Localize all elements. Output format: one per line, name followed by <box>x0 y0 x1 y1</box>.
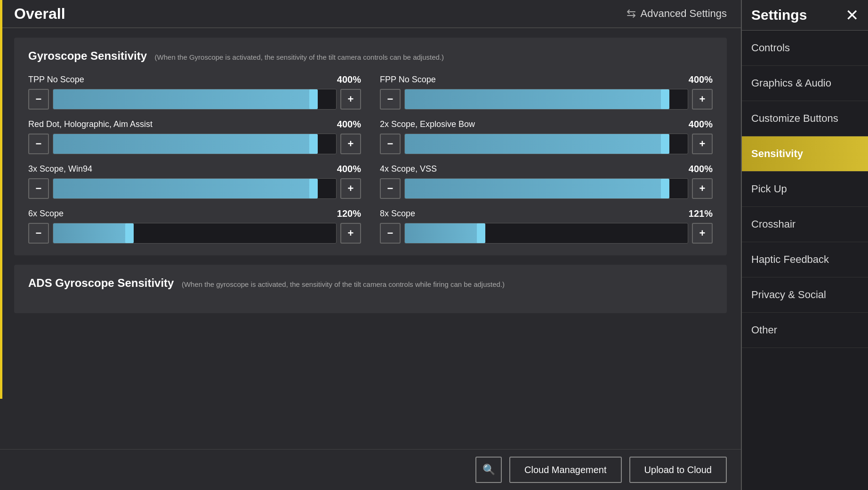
arrow-icon: ⇆ <box>627 7 636 20</box>
slider-increase-8x-scope[interactable]: + <box>692 223 713 244</box>
slider-value-red-dot: 400% <box>337 119 361 130</box>
slider-label-8x-scope: 8x Scope <box>380 209 415 219</box>
slider-controls-red-dot: − + <box>28 134 361 154</box>
slider-decrease-4x-scope[interactable]: − <box>380 178 401 199</box>
content-scroll: Gyroscope Sensitivity (When the Gyroscop… <box>0 28 741 449</box>
slider-decrease-8x-scope[interactable]: − <box>380 223 401 244</box>
sidebar-title: Settings <box>751 7 807 23</box>
slider-label-row: Red Dot, Holographic, Aim Assist 400% <box>28 119 361 130</box>
advanced-settings-label: Advanced Settings <box>641 8 727 20</box>
slider-increase-3x-scope[interactable]: + <box>340 178 361 199</box>
slider-label-row: TPP No Scope 400% <box>28 74 361 85</box>
sidebar-item-label-crosshair: Crosshair <box>751 218 796 230</box>
slider-controls-tpp-no-scope: − + <box>28 89 361 110</box>
sidebar-item-label-graphics-audio: Graphics & Audio <box>751 77 831 89</box>
sidebar-item-privacy-social[interactable]: Privacy & Social <box>742 277 868 313</box>
slider-fill-4x-scope <box>405 179 665 198</box>
sidebar-item-controls[interactable]: Controls <box>742 31 868 66</box>
slider-fill-2x-scope <box>405 134 665 154</box>
sliders-grid: TPP No Scope 400% − + FPP No Scope 400% … <box>28 74 713 244</box>
sidebar-item-sensitivity[interactable]: Sensitivity <box>742 136 868 172</box>
sidebar-item-customize-buttons[interactable]: Customize Buttons <box>742 101 868 136</box>
sidebar-item-pick-up[interactable]: Pick Up <box>742 172 868 207</box>
slider-thumb-4x-scope <box>661 179 669 198</box>
slider-item-red-dot: Red Dot, Holographic, Aim Assist 400% − … <box>28 119 361 154</box>
page-title: Overall <box>14 5 65 23</box>
slider-track-fpp-no-scope[interactable] <box>404 89 688 110</box>
sidebar-item-graphics-audio[interactable]: Graphics & Audio <box>742 66 868 101</box>
search-button[interactable]: 🔍 <box>475 457 502 483</box>
slider-decrease-2x-scope[interactable]: − <box>380 134 401 154</box>
upload-to-cloud-button[interactable]: Upload to Cloud <box>629 457 727 483</box>
slider-fill-red-dot <box>53 134 313 154</box>
slider-item-3x-scope: 3x Scope, Win94 400% − + <box>28 164 361 199</box>
slider-label-row: 3x Scope, Win94 400% <box>28 164 361 174</box>
slider-thumb-8x-scope <box>477 223 485 243</box>
sidebar-item-crosshair[interactable]: Crosshair <box>742 207 868 242</box>
slider-track-2x-scope[interactable] <box>404 134 688 154</box>
slider-increase-2x-scope[interactable]: + <box>692 134 713 154</box>
slider-label-tpp-no-scope: TPP No Scope <box>28 75 84 85</box>
slider-track-4x-scope[interactable] <box>404 178 688 199</box>
slider-track-tpp-no-scope[interactable] <box>53 89 337 110</box>
slider-decrease-6x-scope[interactable]: − <box>28 223 49 244</box>
sidebar-item-haptic-feedback[interactable]: Haptic Feedback <box>742 242 868 277</box>
slider-thumb-tpp-no-scope <box>309 89 318 109</box>
close-button[interactable]: ✕ <box>845 7 859 23</box>
slider-controls-8x-scope: − + <box>380 223 713 244</box>
slider-label-row: 4x Scope, VSS 400% <box>380 164 713 174</box>
slider-controls-3x-scope: − + <box>28 178 361 199</box>
slider-item-8x-scope: 8x Scope 121% − + <box>380 208 713 244</box>
advanced-settings-button[interactable]: ⇆ Advanced Settings <box>627 7 727 20</box>
slider-fill-6x-scope <box>53 223 129 243</box>
header: Overall ⇆ Advanced Settings <box>0 0 741 28</box>
bottom-bar: 🔍 Cloud Management Upload to Cloud <box>0 449 741 490</box>
slider-label-4x-scope: 4x Scope, VSS <box>380 164 437 174</box>
sidebar: Settings ✕ ControlsGraphics & AudioCusto… <box>741 0 868 490</box>
slider-thumb-3x-scope <box>309 179 318 198</box>
slider-fill-8x-scope <box>405 223 481 243</box>
slider-track-red-dot[interactable] <box>53 134 337 154</box>
cloud-management-button[interactable]: Cloud Management <box>509 457 622 483</box>
sidebar-items: ControlsGraphics & AudioCustomize Button… <box>742 31 868 348</box>
slider-increase-fpp-no-scope[interactable]: + <box>692 89 713 110</box>
slider-decrease-red-dot[interactable]: − <box>28 134 49 154</box>
sidebar-item-label-controls: Controls <box>751 42 790 54</box>
slider-value-tpp-no-scope: 400% <box>337 74 361 85</box>
sidebar-header: Settings ✕ <box>742 0 868 31</box>
slider-decrease-fpp-no-scope[interactable]: − <box>380 89 401 110</box>
slider-controls-6x-scope: − + <box>28 223 361 244</box>
ads-section-title: ADS Gyroscope Sensitivity <box>28 277 174 289</box>
sidebar-item-label-customize-buttons: Customize Buttons <box>751 112 838 125</box>
gyroscope-section-header: Gyroscope Sensitivity (When the Gyroscop… <box>28 49 713 63</box>
slider-value-fpp-no-scope: 400% <box>689 74 713 85</box>
slider-thumb-fpp-no-scope <box>661 89 669 109</box>
sidebar-item-label-sensitivity: Sensitivity <box>751 148 803 160</box>
slider-item-6x-scope: 6x Scope 120% − + <box>28 208 361 244</box>
slider-track-3x-scope[interactable] <box>53 178 337 199</box>
slider-track-8x-scope[interactable] <box>404 223 688 244</box>
slider-label-red-dot: Red Dot, Holographic, Aim Assist <box>28 119 153 129</box>
slider-increase-red-dot[interactable]: + <box>340 134 361 154</box>
slider-track-6x-scope[interactable] <box>53 223 337 244</box>
slider-item-4x-scope: 4x Scope, VSS 400% − + <box>380 164 713 199</box>
slider-increase-tpp-no-scope[interactable]: + <box>340 89 361 110</box>
slider-increase-4x-scope[interactable]: + <box>692 178 713 199</box>
slider-label-6x-scope: 6x Scope <box>28 209 64 219</box>
sidebar-item-label-pick-up: Pick Up <box>751 183 787 195</box>
main-content: Overall ⇆ Advanced Settings Gyroscope Se… <box>0 0 741 490</box>
sidebar-item-label-other: Other <box>751 324 777 336</box>
ads-section: ADS Gyroscope Sensitivity (When the gyro… <box>14 265 727 313</box>
slider-decrease-3x-scope[interactable]: − <box>28 178 49 199</box>
slider-controls-2x-scope: − + <box>380 134 713 154</box>
slider-label-2x-scope: 2x Scope, Explosive Bow <box>380 119 475 129</box>
slider-label-row: 8x Scope 121% <box>380 208 713 219</box>
ads-section-subtitle: (When the gyroscope is activated, the se… <box>182 280 505 288</box>
slider-decrease-tpp-no-scope[interactable]: − <box>28 89 49 110</box>
slider-increase-6x-scope[interactable]: + <box>340 223 361 244</box>
search-icon: 🔍 <box>482 464 495 476</box>
slider-item-tpp-no-scope: TPP No Scope 400% − + <box>28 74 361 110</box>
slider-value-8x-scope: 121% <box>689 208 713 219</box>
sidebar-item-label-haptic-feedback: Haptic Feedback <box>751 253 829 266</box>
sidebar-item-other[interactable]: Other <box>742 313 868 348</box>
